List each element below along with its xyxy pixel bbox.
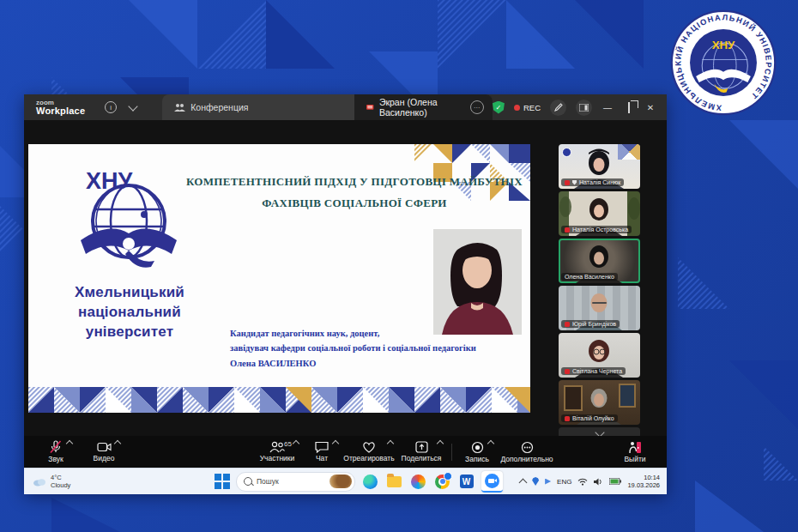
tab-meeting[interactable]: Конференция	[162, 94, 260, 120]
participants-count-badge: 65	[284, 440, 292, 448]
participants-button[interactable]: 65 Участники	[252, 436, 302, 468]
react-button[interactable]: Отреагировать	[342, 436, 396, 468]
chevron-up-icon[interactable]	[114, 440, 121, 447]
location-pin-icon[interactable]	[532, 477, 539, 486]
chevron-down-icon[interactable]	[126, 100, 140, 115]
zoom-content-area: КОМПЕТЕНТНІСНИЙ ПІДХІД У ПІДГОТОВЦІ МАЙБ…	[24, 120, 667, 436]
recording-icon	[565, 227, 570, 233]
close-button[interactable]: ✕	[644, 103, 656, 112]
share-screen-icon	[415, 441, 428, 453]
audio-button[interactable]: Звук	[36, 436, 76, 468]
cloud-icon	[33, 477, 46, 487]
system-tray: ENG 10:14 19.03.2026	[520, 474, 660, 490]
recording-icon	[565, 416, 570, 421]
ellipsis-icon	[521, 441, 534, 454]
recording-icon	[565, 322, 570, 327]
chevron-up-icon[interactable]	[387, 440, 394, 447]
logo-hnu-text: ХНУ	[86, 168, 134, 194]
file-explorer-icon[interactable]	[385, 473, 403, 491]
participant-tile[interactable]: Віталій Олуйко	[559, 380, 640, 425]
tray-expand-icon[interactable]	[519, 478, 528, 487]
zoom-workplace-logo: zoom Workplace	[36, 100, 85, 116]
recording-icon	[565, 180, 570, 185]
restore-button[interactable]	[623, 103, 635, 112]
chevron-up-icon[interactable]	[332, 440, 339, 447]
taskbar-center: Пошук W	[215, 471, 503, 493]
zoom-toolbar: Звук Видео 65 Участники Чат	[24, 436, 667, 468]
recording-icon	[565, 369, 570, 374]
participant-tile[interactable]: Наталія Островська	[559, 191, 640, 236]
view-layout-icon[interactable]	[576, 100, 592, 116]
participant-name-label: Віталій Олуйко	[561, 414, 618, 422]
rec-label: REC	[523, 103, 541, 112]
time: 10:14	[644, 474, 660, 481]
chat-button[interactable]: Чат	[302, 436, 342, 468]
participant-tile[interactable]: Наталія Синюк	[559, 144, 640, 189]
participant-name-label: Наталія Синюк	[561, 178, 624, 186]
word-icon[interactable]: W	[457, 473, 475, 491]
recording-indicator: REC	[514, 103, 541, 112]
emblem-center-text: ХНУ	[712, 39, 735, 51]
participant-name-label: Наталія Островська	[561, 226, 632, 233]
tab-shared-screen[interactable]: Экран (Олена Василенко)	[354, 94, 461, 120]
weather-condition: Cloudy	[51, 481, 70, 489]
participants-strip: Наталія Синюк Наталія Островська Олена В…	[559, 144, 640, 440]
wifi-icon[interactable]	[577, 478, 588, 486]
search-placeholder: Пошук	[257, 477, 325, 486]
tray-app-icon[interactable]	[545, 479, 551, 485]
windows-desktop: zoom Workplace i Конференция Экран (Олен…	[24, 94, 667, 493]
people-icon	[174, 103, 185, 112]
tab-meeting-label: Конференция	[190, 102, 248, 112]
video-button[interactable]: Видео	[84, 436, 124, 468]
search-icon	[244, 477, 252, 486]
titlebar-controls: ✓ REC — ✕	[493, 100, 656, 116]
share-screen-button[interactable]: Поделиться	[396, 436, 446, 468]
participant-name-label: Юрій Бриндіков	[561, 320, 620, 328]
security-shield-icon[interactable]: ✓	[493, 101, 505, 114]
battery-icon[interactable]	[609, 478, 621, 485]
participant-tile-active-speaker[interactable]: Олена Василенко	[559, 239, 640, 283]
clock[interactable]: 10:14 19.03.2026	[627, 474, 660, 490]
tab-more-icon[interactable]: …	[462, 94, 493, 120]
search-daily-image	[329, 475, 352, 488]
screen-share-icon	[366, 103, 373, 112]
chevron-up-icon[interactable]	[487, 440, 494, 447]
chrome-icon[interactable]	[433, 473, 451, 491]
screenshot-canvas: ХМЕЛЬНИЦЬКИЙ НАЦІОНАЛЬНИЙ УНІВЕРСИТЕТ ХН…	[0, 0, 798, 532]
pin-icon	[572, 180, 577, 185]
windows-taskbar: 4°C Cloudy Пошук W	[24, 468, 667, 494]
participant-tile[interactable]: Світлана Чернета	[559, 333, 640, 378]
chevron-up-icon[interactable]	[293, 440, 299, 447]
date: 19.03.2026	[627, 481, 660, 489]
tab-shared-screen-label: Экран (Олена Василенко)	[379, 97, 450, 118]
more-button[interactable]: Дополнительно	[497, 436, 557, 468]
zoom-app-icon-active[interactable]	[481, 471, 503, 493]
record-button[interactable]: Запись	[457, 436, 497, 468]
start-button[interactable]	[215, 474, 230, 489]
copilot-icon[interactable]	[409, 473, 427, 491]
search-box[interactable]: Пошук	[236, 472, 355, 492]
info-icon[interactable]: i	[104, 100, 118, 115]
weather-widget[interactable]: 4°C Cloudy	[33, 474, 70, 489]
chevron-up-icon[interactable]	[66, 440, 73, 447]
university-logo: ХНУ	[76, 165, 178, 281]
minimize-button[interactable]: —	[602, 103, 614, 112]
participant-name-label: Олена Василенко	[561, 273, 618, 281]
annotate-pencil-icon[interactable]	[550, 100, 566, 116]
participant-tile[interactable]: Юрій Бриндіков	[559, 286, 640, 330]
leave-button[interactable]: Выйти	[615, 436, 655, 468]
chrome-badge	[444, 472, 452, 481]
zoom-camera-icon	[485, 474, 499, 488]
language-indicator[interactable]: ENG	[557, 478, 571, 486]
speaker-photo	[433, 229, 522, 335]
university-emblem: ХМЕЛЬНИЦЬКИЙ НАЦІОНАЛЬНИЙ УНІВЕРСИТЕТ ХН…	[670, 9, 777, 116]
slide-title: КОМПЕТЕНТНІСНИЙ ПІДХІД У ПІДГОТОВЦІ МАЙБ…	[178, 172, 530, 214]
chat-icon	[315, 441, 329, 453]
heart-icon	[362, 441, 376, 453]
rec-dot-icon	[514, 105, 520, 111]
chevron-up-icon[interactable]	[437, 440, 444, 447]
camera-icon	[97, 441, 112, 453]
edge-icon[interactable]	[361, 473, 379, 491]
volume-icon[interactable]	[594, 478, 603, 486]
speaker-credentials: Кандидат педагогічних наук, доцент, заві…	[230, 326, 513, 371]
